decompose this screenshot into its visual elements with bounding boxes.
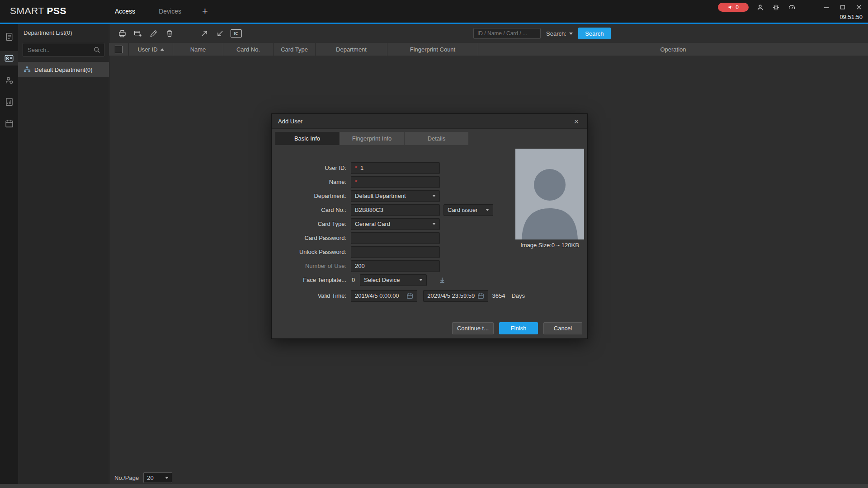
minimize-icon (823, 4, 830, 10)
tab-fingerprint-info[interactable]: Fingerprint Info (340, 132, 404, 145)
console-icon (5, 32, 14, 42)
delete-icon (165, 29, 174, 38)
name-field[interactable]: * (351, 176, 440, 188)
user-icon (756, 4, 764, 11)
user-filter-input[interactable] (473, 28, 541, 39)
select-all-cell (109, 43, 129, 56)
continue-button[interactable]: Continue t... (452, 322, 494, 334)
name-label: Name: (272, 178, 346, 185)
chevron-down-icon (165, 477, 169, 479)
add-card-button[interactable] (132, 28, 144, 39)
horizontal-scrollbar[interactable] (0, 484, 868, 488)
card-no-field[interactable]: B2B880C3 (351, 204, 440, 216)
column-department[interactable]: Department (316, 43, 387, 56)
logo-pss: PSS (47, 5, 67, 16)
alarm-badge[interactable]: 0 (718, 3, 749, 12)
user-table-header: User ID Name Card No. Card Type Departme… (109, 43, 868, 56)
search-mode-select[interactable]: Search: (546, 30, 573, 37)
select-device-dropdown[interactable]: Select Device (360, 274, 427, 286)
cancel-button[interactable]: Cancel (543, 322, 582, 334)
department-list-title: Department List(0) (18, 24, 109, 41)
dialog-title: Add User (278, 118, 302, 125)
dialog-buttons: Continue t... Finish Cancel (452, 322, 582, 334)
chevron-down-icon (486, 209, 489, 211)
access-user-icon (4, 53, 14, 63)
card-type-label: Card Type: (272, 221, 346, 227)
card-issuer-select[interactable]: Card issuer (443, 204, 493, 216)
column-card-type[interactable]: Card Type (274, 43, 316, 56)
clock: 09:51:50 (840, 14, 863, 20)
column-user-id[interactable]: User ID (129, 43, 173, 56)
extract-info-button[interactable] (198, 28, 210, 39)
card-type-select[interactable]: General Card (351, 218, 440, 230)
edit-button[interactable] (148, 28, 160, 39)
module-rail (0, 24, 18, 488)
calendar-icon[interactable] (477, 292, 484, 299)
unlock-password-label: Unlock Password: (272, 249, 346, 255)
finish-button[interactable]: Finish (499, 322, 538, 334)
face-template-label: Face Template... (272, 277, 346, 283)
import-info-button[interactable] (214, 28, 226, 39)
chevron-down-icon (432, 195, 436, 197)
page-size-value: 20 (147, 474, 153, 481)
monitor-button[interactable] (787, 3, 796, 12)
dialog-tabs: Basic Info Fingerprint Info Details (275, 132, 468, 145)
valid-time-label: Valid Time: (272, 292, 346, 299)
department-panel: Department List(0) Default Department(0) (18, 24, 109, 488)
card-no-value: B2B880C3 (355, 206, 383, 213)
department-item[interactable]: Default Department(0) (18, 62, 109, 77)
valid-time-end-field[interactable]: 2029/4/5 23:59:59 (423, 290, 488, 302)
select-all-checkbox[interactable] (115, 46, 123, 53)
card-no-label: Card No.: (272, 206, 346, 213)
minimize-button[interactable] (822, 3, 831, 12)
tab-details[interactable]: Details (405, 132, 468, 145)
rail-access-user-button[interactable] (0, 51, 18, 66)
main-tabs: Access Devices + (103, 0, 217, 23)
card-reader-button[interactable] (116, 28, 128, 39)
user-photo-placeholder[interactable] (515, 149, 584, 239)
close-icon (856, 4, 862, 10)
form-row-card-password: Card Password: (272, 231, 525, 245)
speaker-icon (728, 5, 733, 10)
settings-button[interactable] (771, 3, 780, 12)
ic-card-button[interactable]: IC (230, 28, 242, 39)
number-of-use-field[interactable]: 200 (351, 260, 440, 272)
card-password-field[interactable] (351, 232, 440, 244)
maximize-button[interactable] (838, 3, 847, 12)
page-size-select[interactable]: 20 (143, 472, 172, 483)
unlock-password-field[interactable] (351, 246, 440, 258)
rail-console-button[interactable] (0, 29, 18, 44)
close-window-button[interactable] (854, 3, 863, 12)
column-fingerprint-count[interactable]: Fingerprint Count (387, 43, 478, 56)
search-button[interactable]: Search (578, 28, 611, 39)
tab-basic-info[interactable]: Basic Info (275, 132, 339, 145)
rail-user-manage-button[interactable] (0, 73, 18, 87)
department-search-input[interactable] (27, 46, 93, 54)
search-mode-label: Search: (546, 30, 566, 37)
valid-days-label: Days (511, 292, 525, 299)
rail-attendance-button[interactable] (0, 116, 18, 131)
valid-time-start-field[interactable]: 2019/4/5 0:00:00 (351, 290, 417, 302)
rail-report-button[interactable] (0, 94, 18, 109)
search-icon[interactable] (93, 46, 100, 53)
column-card-no[interactable]: Card No. (223, 43, 274, 56)
chevron-down-icon (432, 223, 436, 225)
add-user-dialog: Add User × Basic Info Fingerprint Info D… (271, 113, 588, 339)
number-of-use-value: 200 (355, 263, 365, 269)
tab-access[interactable]: Access (103, 0, 147, 23)
tab-devices[interactable]: Devices (147, 0, 193, 23)
column-name[interactable]: Name (173, 43, 223, 56)
user-id-field[interactable]: * 1 (351, 162, 440, 174)
logo-smart: SMART (10, 5, 44, 16)
chevron-down-icon (419, 279, 423, 281)
new-tab-button[interactable]: + (193, 5, 217, 17)
dialog-close-button[interactable]: × (572, 117, 581, 126)
valid-time-start-value: 2019/4/5 0:00:00 (355, 292, 399, 299)
delete-button[interactable] (164, 28, 175, 39)
calendar-icon[interactable] (406, 292, 413, 299)
department-select[interactable]: Default Department (351, 190, 440, 202)
titlebar-controls: 0 (718, 3, 863, 12)
form-row-card-type: Card Type: General Card (272, 217, 525, 231)
download-face-button[interactable] (439, 277, 446, 284)
account-button[interactable] (755, 3, 764, 12)
